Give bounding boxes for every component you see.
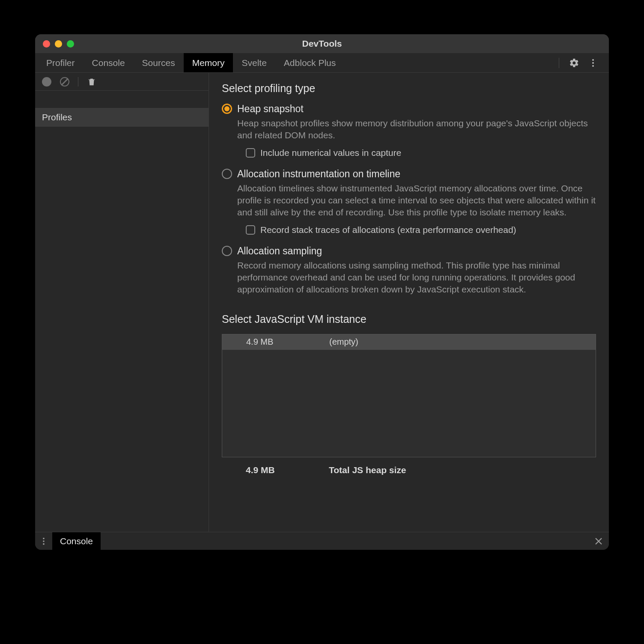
content-area: Profiles Select profiling type Heap snap… <box>35 73 609 532</box>
more-vertical-icon <box>588 58 598 68</box>
settings-button[interactable] <box>567 56 581 70</box>
checkbox-include-numeric[interactable] <box>246 148 255 158</box>
sidebar: Profiles <box>35 73 209 532</box>
drawer-tab-console[interactable]: Console <box>52 532 101 550</box>
checkbox-label: Include numerical values in capture <box>260 148 401 158</box>
delete-button[interactable] <box>84 75 99 89</box>
vm-instance-name: (empty) <box>329 337 596 347</box>
tab-sources[interactable]: Sources <box>134 53 184 72</box>
option-description: Heap snapshot profiles show memory distr… <box>237 117 596 142</box>
radio-heap-snapshot[interactable] <box>222 104 232 114</box>
window-title: DevTools <box>35 39 609 49</box>
option-allocation-timeline[interactable]: Allocation instrumentation on timeline A… <box>222 168 596 238</box>
summary-size: 4.9 MB <box>222 465 329 475</box>
sidebar-toolbar <box>35 73 209 91</box>
more-vertical-icon <box>39 537 48 546</box>
tab-memory[interactable]: Memory <box>184 53 233 72</box>
vm-instance-list: 4.9 MB (empty) <box>222 334 596 457</box>
drawer-close-button[interactable] <box>594 537 603 546</box>
svg-point-1 <box>592 62 594 64</box>
devtools-window: DevTools Profiler Console Sources Memory… <box>35 34 609 550</box>
minimize-window-button[interactable] <box>55 40 62 48</box>
divider <box>78 77 78 86</box>
trash-icon <box>87 77 96 86</box>
option-description: Record memory allocations using sampling… <box>237 259 596 296</box>
clear-button[interactable] <box>57 75 72 89</box>
tab-console[interactable]: Console <box>83 53 134 72</box>
main-panel: Select profiling type Heap snapshot Heap… <box>209 73 609 532</box>
heading-profiling-type: Select profiling type <box>222 82 596 95</box>
option-heap-snapshot[interactable]: Heap snapshot Heap snapshot profiles sho… <box>222 103 596 161</box>
window-controls <box>35 40 74 48</box>
radio-allocation-sampling[interactable] <box>222 246 232 256</box>
option-allocation-sampling[interactable]: Allocation sampling Record memory alloca… <box>222 245 596 302</box>
close-window-button[interactable] <box>43 40 50 48</box>
panel-tabs: Profiler Console Sources Memory Svelte A… <box>35 53 609 73</box>
tab-svelte[interactable]: Svelte <box>233 53 275 72</box>
heap-summary: 4.9 MB Total JS heap size <box>222 457 596 475</box>
option-description: Allocation timelines show instrumented J… <box>237 182 596 219</box>
gear-icon <box>569 58 579 68</box>
summary-label: Total JS heap size <box>329 465 596 475</box>
tab-adblock-plus[interactable]: Adblock Plus <box>275 53 344 72</box>
more-button[interactable] <box>586 56 600 70</box>
drawer-more-button[interactable] <box>35 534 52 549</box>
option-title: Heap snapshot <box>237 103 596 115</box>
tab-profiler[interactable]: Profiler <box>38 53 83 72</box>
svg-point-2 <box>592 65 594 67</box>
option-title: Allocation instrumentation on timeline <box>237 168 596 180</box>
svg-point-5 <box>43 543 45 545</box>
sidebar-section-profiles[interactable]: Profiles <box>35 108 209 127</box>
record-icon <box>42 77 51 86</box>
vm-instance-row[interactable]: 4.9 MB (empty) <box>222 334 596 350</box>
checkbox-label: Record stack traces of allocations (extr… <box>260 225 516 235</box>
checkbox-record-stack-traces[interactable] <box>246 225 255 235</box>
close-icon <box>594 537 603 546</box>
radio-allocation-timeline[interactable] <box>222 169 232 179</box>
vm-instance-size: 4.9 MB <box>222 337 329 347</box>
clear-icon <box>60 77 69 86</box>
svg-point-4 <box>43 540 45 542</box>
console-drawer: Console <box>35 532 609 550</box>
heading-vm-instance: Select JavaScript VM instance <box>222 313 596 325</box>
titlebar: DevTools <box>35 34 609 53</box>
record-button[interactable] <box>39 75 54 89</box>
zoom-window-button[interactable] <box>67 40 74 48</box>
divider <box>559 58 559 68</box>
svg-point-3 <box>43 537 45 539</box>
option-title: Allocation sampling <box>237 245 596 257</box>
svg-point-0 <box>592 59 594 61</box>
